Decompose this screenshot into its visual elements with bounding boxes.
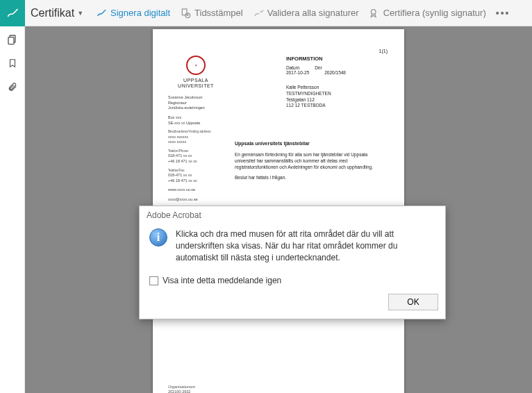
ok-button[interactable]: OK	[388, 294, 438, 310]
dnr-label: Dnr	[315, 65, 322, 70]
toolbar: Certifikat ▼ Signera digitalt Tidsstämpe…	[25, 0, 532, 26]
certify-icon	[369, 8, 380, 19]
university-logo-block: ✶ UPPSALA UNIVERSITET	[168, 56, 224, 90]
certificate-tool-icon[interactable]	[0, 0, 25, 26]
app-root: ◀ Certifikat ▼ Signera digitalt Tidsstäm…	[0, 0, 532, 393]
body-p2: Beslut har fattats i frågan.	[235, 174, 382, 181]
left-rail	[0, 0, 25, 393]
toolbar-timestamp[interactable]: Tidsstämpel	[180, 8, 243, 19]
timestamp-icon	[180, 8, 191, 19]
dont-show-again-row[interactable]: Visa inte detta meddelande igen	[140, 273, 445, 290]
pen-icon	[96, 8, 107, 19]
recipient-name: Kalle Pettersson	[286, 85, 331, 91]
toolbar-validate-all[interactable]: Validera alla signaturer	[253, 8, 359, 19]
university-seal-icon: ✶	[186, 56, 206, 75]
box-city: SE-xxx xx Uppsala	[168, 121, 234, 126]
recipient-street: Testgatan 112	[286, 97, 331, 103]
validate-icon	[253, 8, 264, 19]
datum-label: Datum	[286, 65, 299, 70]
toolbar-item-label: Signera digitalt	[110, 8, 170, 18]
page-number: 1(1)	[379, 49, 388, 53]
svg-point-4	[371, 9, 376, 14]
info-heading: INFORMSTION	[286, 56, 323, 62]
orgnr-label: Organisationsnr:	[168, 385, 196, 390]
web: www.xxxx.uu.se	[168, 187, 234, 193]
body-title: Uppsala universitets tjänstebilar	[235, 140, 382, 147]
sender-dept: Juridiska avdelningen	[168, 106, 234, 111]
recipient-block: Kalle Pettersson TESTMYNDIGHETEN Testgat…	[286, 85, 331, 109]
body-p1: En gemensam förteckning för alla som har…	[235, 151, 382, 170]
sender-role: Registrator	[168, 101, 234, 106]
checkbox-unchecked-icon[interactable]	[149, 276, 158, 285]
email: xxxx@xxxx.uu.se	[168, 197, 234, 203]
dnr-value: 2020/1548	[324, 70, 346, 75]
phone1: 018-471 xx xx	[168, 153, 234, 159]
visit2: xxxx xxxxx	[168, 140, 234, 145]
sender-meta: Susanne Jacobsson Registrator Juridiska …	[168, 95, 234, 207]
box-label: Box xxx	[168, 115, 234, 121]
toolbar-title-text: Certifikat	[31, 7, 74, 19]
toolbar-item-label: Tidsstämpel	[194, 8, 243, 18]
sender-name: Susanne Jacobsson	[168, 95, 234, 101]
pages-panel-icon[interactable]	[0, 29, 25, 50]
dialog-actions: OK	[140, 290, 445, 319]
university-name-2: UNIVERSITET	[168, 83, 224, 89]
phone2: +46 18 471 xx xx	[168, 159, 234, 165]
attachment-panel-icon[interactable]	[0, 76, 25, 97]
fax1: 018-471 xx xx	[168, 173, 234, 178]
orgnr-value: 202100-2932	[168, 390, 196, 393]
toolbar-sign-digitally[interactable]: Signera digitalt	[96, 8, 170, 19]
fax2: +46 18 471 xx xx	[168, 178, 234, 184]
letter-body: Uppsala universitets tjänstebilar En gem…	[235, 140, 382, 185]
toolbar-item-label: Certifiera (synlig signatur)	[383, 8, 486, 18]
toolbar-more-icon[interactable]: •••	[496, 8, 510, 19]
visit1: xxxx xxxxxx	[168, 135, 234, 140]
svg-rect-1	[8, 37, 14, 44]
recipient-org: TESTMYNDIGHETEN	[286, 91, 331, 97]
datum-value: 2017-10-25	[286, 70, 309, 75]
university-name-1: UPPSALA	[168, 78, 224, 83]
signature-instruction-dialog: Adobe Acrobat i Klicka och dra med musen…	[139, 206, 446, 319]
main-column: Certifikat ▼ Signera digitalt Tidsstämpe…	[25, 0, 532, 393]
toolbar-certify-visible[interactable]: Certifiera (synlig signatur)	[369, 8, 486, 19]
caret-down-icon: ▼	[77, 10, 83, 17]
toolbar-title-dropdown[interactable]: Certifikat ▼	[31, 7, 83, 19]
orgnr-block: Organisationsnr: 202100-2932	[168, 385, 196, 393]
toolbar-item-label: Validera alla signaturer	[267, 8, 359, 18]
recipient-city: 112 12 TESTBODA	[286, 103, 331, 109]
bookmark-panel-icon[interactable]	[0, 53, 25, 74]
date-dnr-block: Datum Dnr 2017-10-25 2020/1548	[286, 65, 346, 75]
dialog-message: Klicka och dra med musen för att rita om…	[176, 228, 433, 263]
dialog-title: Adobe Acrobat	[140, 206, 445, 226]
dont-show-again-label: Visa inte detta meddelande igen	[163, 276, 281, 285]
info-icon: i	[149, 228, 167, 246]
